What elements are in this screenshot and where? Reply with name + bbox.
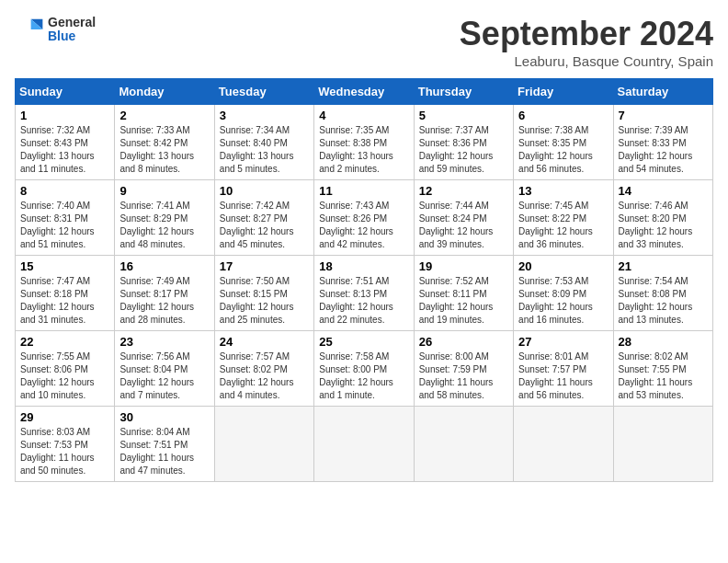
day-cell: 27Sunrise: 8:01 AM Sunset: 7:57 PM Dayli… [514, 331, 613, 407]
day-info: Sunrise: 7:42 AM Sunset: 8:27 PM Dayligh… [220, 200, 309, 251]
day-cell: 6Sunrise: 7:38 AM Sunset: 8:35 PM Daylig… [514, 105, 613, 180]
day-cell: 3Sunrise: 7:34 AM Sunset: 8:40 PM Daylig… [214, 105, 313, 180]
day-number: 13 [518, 184, 608, 198]
day-info: Sunrise: 7:51 AM Sunset: 8:13 PM Dayligh… [319, 275, 408, 327]
day-cell [514, 407, 613, 482]
day-cell: 29Sunrise: 8:03 AM Sunset: 7:53 PM Dayli… [16, 407, 115, 482]
day-info: Sunrise: 7:45 AM Sunset: 8:22 PM Dayligh… [518, 200, 608, 251]
day-number: 12 [419, 184, 508, 198]
col-header-sunday: Sunday [16, 79, 115, 105]
logo-general: General [48, 16, 96, 29]
day-cell: 23Sunrise: 7:56 AM Sunset: 8:04 PM Dayli… [115, 331, 214, 407]
day-number: 26 [419, 335, 508, 349]
day-number: 17 [220, 259, 309, 273]
day-info: Sunrise: 7:37 AM Sunset: 8:36 PM Dayligh… [419, 124, 508, 176]
calendar-table: SundayMondayTuesdayWednesdayThursdayFrid… [15, 78, 713, 482]
day-number: 27 [518, 335, 608, 349]
day-cell: 9Sunrise: 7:41 AM Sunset: 8:29 PM Daylig… [115, 180, 214, 256]
day-cell: 30Sunrise: 8:04 AM Sunset: 7:51 PM Dayli… [115, 407, 214, 482]
day-info: Sunrise: 7:55 AM Sunset: 8:06 PM Dayligh… [20, 350, 109, 402]
col-header-tuesday: Tuesday [214, 79, 313, 105]
day-cell: 20Sunrise: 7:53 AM Sunset: 8:09 PM Dayli… [514, 256, 613, 331]
logo-blue: Blue [48, 29, 96, 43]
day-number: 11 [319, 184, 408, 198]
day-cell: 13Sunrise: 7:45 AM Sunset: 8:22 PM Dayli… [514, 180, 613, 256]
day-info: Sunrise: 8:02 AM Sunset: 7:55 PM Dayligh… [619, 350, 708, 402]
day-info: Sunrise: 7:56 AM Sunset: 8:04 PM Dayligh… [119, 350, 209, 402]
day-number: 16 [119, 259, 209, 273]
col-header-thursday: Thursday [414, 79, 513, 105]
day-number: 18 [319, 259, 408, 273]
day-cell: 28Sunrise: 8:02 AM Sunset: 7:55 PM Dayli… [613, 331, 712, 407]
day-cell: 19Sunrise: 7:52 AM Sunset: 8:11 PM Dayli… [414, 256, 513, 331]
day-number: 7 [619, 109, 708, 122]
day-number: 19 [419, 259, 508, 273]
day-number: 9 [119, 184, 209, 198]
day-info: Sunrise: 7:38 AM Sunset: 8:35 PM Dayligh… [518, 124, 608, 176]
day-number: 5 [419, 109, 508, 122]
header-row: SundayMondayTuesdayWednesdayThursdayFrid… [16, 79, 713, 105]
day-number: 25 [319, 335, 408, 349]
col-header-monday: Monday [115, 79, 214, 105]
day-cell: 26Sunrise: 8:00 AM Sunset: 7:59 PM Dayli… [414, 331, 513, 407]
day-cell: 5Sunrise: 7:37 AM Sunset: 8:36 PM Daylig… [414, 105, 513, 180]
day-cell [414, 407, 513, 482]
day-number: 1 [20, 109, 109, 122]
day-cell: 21Sunrise: 7:54 AM Sunset: 8:08 PM Dayli… [613, 256, 712, 331]
day-number: 6 [518, 109, 608, 122]
day-info: Sunrise: 7:57 AM Sunset: 8:02 PM Dayligh… [220, 350, 309, 402]
day-number: 20 [518, 259, 608, 273]
day-cell: 4Sunrise: 7:35 AM Sunset: 8:38 PM Daylig… [314, 105, 414, 180]
day-info: Sunrise: 7:44 AM Sunset: 8:24 PM Dayligh… [419, 200, 508, 251]
day-cell: 10Sunrise: 7:42 AM Sunset: 8:27 PM Dayli… [214, 180, 313, 256]
day-info: Sunrise: 7:43 AM Sunset: 8:26 PM Dayligh… [319, 200, 408, 251]
day-number: 24 [220, 335, 309, 349]
day-info: Sunrise: 7:49 AM Sunset: 8:17 PM Dayligh… [119, 275, 209, 327]
day-info: Sunrise: 7:47 AM Sunset: 8:18 PM Dayligh… [20, 275, 109, 327]
day-number: 2 [119, 109, 209, 122]
day-cell: 11Sunrise: 7:43 AM Sunset: 8:26 PM Dayli… [314, 180, 414, 256]
page-header: General Blue September 2024 Leaburu, Bas… [15, 15, 713, 69]
day-number: 30 [119, 410, 209, 424]
day-number: 23 [119, 335, 209, 349]
day-info: Sunrise: 8:00 AM Sunset: 7:59 PM Dayligh… [419, 350, 508, 402]
day-cell: 8Sunrise: 7:40 AM Sunset: 8:31 PM Daylig… [16, 180, 115, 256]
week-row-2: 8Sunrise: 7:40 AM Sunset: 8:31 PM Daylig… [16, 180, 713, 256]
location: Leaburu, Basque Country, Spain [460, 53, 713, 69]
day-number: 10 [220, 184, 309, 198]
day-info: Sunrise: 8:04 AM Sunset: 7:51 PM Dayligh… [119, 426, 209, 477]
day-number: 4 [319, 109, 408, 122]
day-number: 8 [20, 184, 109, 198]
day-number: 22 [20, 335, 109, 349]
day-number: 21 [619, 259, 708, 273]
day-number: 28 [619, 335, 708, 349]
day-info: Sunrise: 7:40 AM Sunset: 8:31 PM Dayligh… [20, 200, 109, 251]
day-cell: 18Sunrise: 7:51 AM Sunset: 8:13 PM Dayli… [314, 256, 414, 331]
month-title: September 2024 [460, 15, 713, 53]
day-info: Sunrise: 7:35 AM Sunset: 8:38 PM Dayligh… [319, 124, 408, 176]
day-cell: 16Sunrise: 7:49 AM Sunset: 8:17 PM Dayli… [115, 256, 214, 331]
logo: General Blue [15, 15, 96, 44]
week-row-3: 15Sunrise: 7:47 AM Sunset: 8:18 PM Dayli… [16, 256, 713, 331]
day-info: Sunrise: 7:54 AM Sunset: 8:08 PM Dayligh… [619, 275, 708, 327]
title-block: September 2024 Leaburu, Basque Country, … [460, 15, 713, 69]
week-row-5: 29Sunrise: 8:03 AM Sunset: 7:53 PM Dayli… [16, 407, 713, 482]
day-cell: 14Sunrise: 7:46 AM Sunset: 8:20 PM Dayli… [613, 180, 712, 256]
day-info: Sunrise: 7:53 AM Sunset: 8:09 PM Dayligh… [518, 275, 608, 327]
day-info: Sunrise: 7:58 AM Sunset: 8:00 PM Dayligh… [319, 350, 408, 402]
day-cell: 2Sunrise: 7:33 AM Sunset: 8:42 PM Daylig… [115, 105, 214, 180]
col-header-friday: Friday [514, 79, 613, 105]
col-header-saturday: Saturday [613, 79, 712, 105]
day-info: Sunrise: 7:46 AM Sunset: 8:20 PM Dayligh… [619, 200, 708, 251]
day-info: Sunrise: 8:03 AM Sunset: 7:53 PM Dayligh… [20, 426, 109, 477]
day-info: Sunrise: 7:41 AM Sunset: 8:29 PM Dayligh… [119, 200, 209, 251]
week-row-1: 1Sunrise: 7:32 AM Sunset: 8:43 PM Daylig… [16, 105, 713, 180]
day-cell: 15Sunrise: 7:47 AM Sunset: 8:18 PM Dayli… [16, 256, 115, 331]
day-cell [314, 407, 414, 482]
day-info: Sunrise: 7:52 AM Sunset: 8:11 PM Dayligh… [419, 275, 508, 327]
day-cell: 1Sunrise: 7:32 AM Sunset: 8:43 PM Daylig… [16, 105, 115, 180]
day-cell: 7Sunrise: 7:39 AM Sunset: 8:33 PM Daylig… [613, 105, 712, 180]
day-cell: 25Sunrise: 7:58 AM Sunset: 8:00 PM Dayli… [314, 331, 414, 407]
day-number: 3 [220, 109, 309, 122]
day-number: 14 [619, 184, 708, 198]
